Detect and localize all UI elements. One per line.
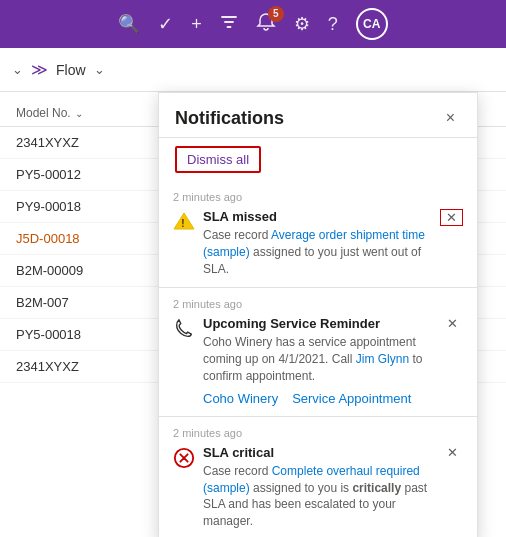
settings-icon[interactable]: ⚙ xyxy=(294,13,310,35)
bell-badge: 5 xyxy=(268,6,284,22)
help-icon[interactable]: ? xyxy=(328,14,338,35)
second-row: ⌄ ≫ Flow ⌄ xyxy=(0,48,506,92)
tasks-icon[interactable]: ✓ xyxy=(158,13,173,35)
notifications-list: 2 minutes ago ! SLA missed Case r xyxy=(159,181,477,537)
notif-item-sla-missed: 2 minutes ago ! SLA missed Case r xyxy=(159,181,477,288)
flow-icon: ≫ xyxy=(31,60,48,79)
notif-item-3-header: SLA critical Case record Complete overha… xyxy=(173,445,463,530)
notif-title: Notifications xyxy=(175,108,284,129)
notif-time-2: 2 minutes ago xyxy=(173,298,463,310)
create-icon[interactable]: + xyxy=(191,14,202,35)
notif-item-sla-critical: 2 minutes ago SLA critical Case xyxy=(159,417,477,537)
dismiss-all-button[interactable]: Dismiss all xyxy=(175,146,261,173)
svg-text:!: ! xyxy=(181,218,184,229)
notif-item-1-header: ! SLA missed Case record Average order s… xyxy=(173,209,463,277)
notif-3-subject: SLA critical xyxy=(203,445,438,460)
notif-1-subject: SLA missed xyxy=(203,209,436,224)
notifications-panel: Notifications × Dismiss all 2 minutes ag… xyxy=(158,92,478,537)
notif-1-text: Case record Average order shipment time … xyxy=(203,227,436,277)
notif-header: Notifications × xyxy=(159,93,477,138)
notif-2-text: Coho Winery has a service appointment co… xyxy=(203,334,438,384)
notif-item-2-body: Upcoming Service Reminder Coho Winery ha… xyxy=(173,316,438,405)
avatar[interactable]: CA xyxy=(356,8,388,40)
notif-close-button[interactable]: × xyxy=(440,107,461,129)
search-icon[interactable]: 🔍 xyxy=(118,13,140,35)
notif-2-link-service[interactable]: Service Appointment xyxy=(292,391,411,406)
notif-3-text: Case record Complete overhaul required (… xyxy=(203,463,438,530)
notif-3-close-button[interactable]: ✕ xyxy=(442,445,463,460)
notif-3-content: SLA critical Case record Complete overha… xyxy=(203,445,438,530)
notif-2-subject: Upcoming Service Reminder xyxy=(203,316,438,331)
model-no-header: Model No. xyxy=(16,106,71,120)
notif-time-1: 2 minutes ago xyxy=(173,191,463,203)
flow-label: Flow xyxy=(56,62,86,78)
notif-2-links-row: Coho Winery Service Appointment xyxy=(203,391,438,406)
main-content: Model No. ⌄ 2341XYXZPY5-00012PY9-00018J5… xyxy=(0,92,506,537)
notif-item-2-header: Upcoming Service Reminder Coho Winery ha… xyxy=(173,316,463,405)
warning-icon: ! xyxy=(173,211,195,277)
notif-1-link[interactable]: Average order shipment time (sample) xyxy=(203,228,425,259)
notif-item-3-body: SLA critical Case record Complete overha… xyxy=(173,445,438,530)
notif-1-content: SLA missed Case record Average order shi… xyxy=(203,209,436,277)
flow-chevron-icon[interactable]: ⌄ xyxy=(94,62,105,77)
notif-time-3: 2 minutes ago xyxy=(173,427,463,439)
notif-2-close-button[interactable]: ✕ xyxy=(442,316,463,331)
notif-item-1-body: ! SLA missed Case record Average order s… xyxy=(173,209,436,277)
notif-2-link-coho[interactable]: Coho Winery xyxy=(203,391,278,406)
critical-icon xyxy=(173,447,195,530)
phone-icon xyxy=(173,318,195,405)
top-nav-bar: 🔍 ✓ + 5 ⚙ ? CA xyxy=(0,0,506,48)
bell-icon[interactable]: 5 xyxy=(256,12,276,37)
notif-1-close-button[interactable]: ✕ xyxy=(440,209,463,226)
notif-2-content: Upcoming Service Reminder Coho Winery ha… xyxy=(203,316,438,405)
notif-item-service-reminder: 2 minutes ago Upcoming Service Reminder … xyxy=(159,288,477,416)
chevron-down-icon[interactable]: ⌄ xyxy=(12,62,23,77)
notif-2-link-jim[interactable]: Jim Glynn xyxy=(356,352,409,366)
sort-icon[interactable]: ⌄ xyxy=(75,108,83,119)
filter-icon[interactable] xyxy=(220,13,238,36)
